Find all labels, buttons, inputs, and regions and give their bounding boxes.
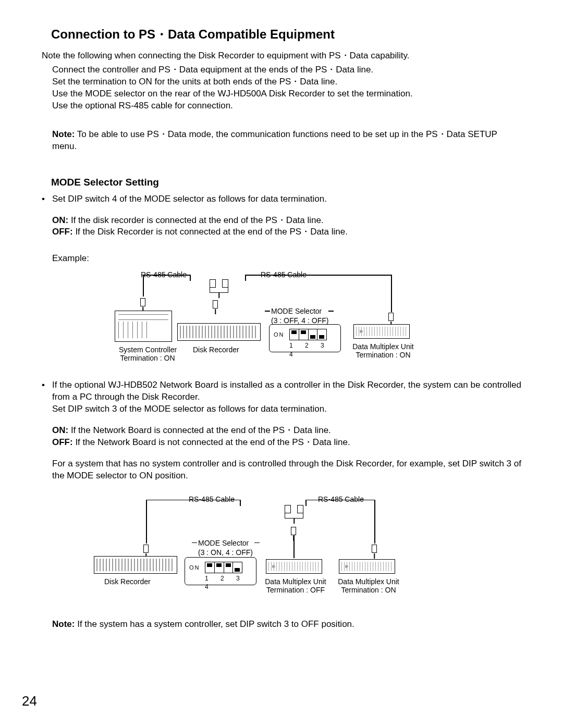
d1-dip-on: ON <box>274 331 285 339</box>
page-heading: Connection to PS・Data Compatible Equipme… <box>51 26 521 43</box>
sec1-bullet-text: Set DIP switch 4 of the MODE selector as… <box>52 193 521 205</box>
intro-bullet-4: Use the optional RS-485 cable for connec… <box>52 100 521 112</box>
sec2-para: For a system that has no system controll… <box>52 458 521 482</box>
on-label: ON: <box>52 425 68 435</box>
intro-text: Note the following when connecting the D… <box>42 50 521 62</box>
note-1: Note: To be able to use PS・Data mode, th… <box>52 129 521 153</box>
d2-dip-nums: 1 2 3 4 <box>205 574 256 591</box>
sec2-bullet: • If the optional WJ-HDB502 Network Boar… <box>42 379 521 403</box>
bullet-icon: • <box>42 193 52 205</box>
sec2-off-text: If the Network Board is not connected at… <box>73 437 350 447</box>
connector-icon <box>207 279 230 295</box>
plug-icon <box>372 545 377 553</box>
page-number: 24 <box>22 692 37 710</box>
d2-mode-selector: MODE Selector <box>198 538 249 548</box>
note-1-text: To be able to use PS・Data mode, the comm… <box>52 129 497 151</box>
intro-bullet-2: Set the termination to ON for the units … <box>52 76 521 88</box>
dip-switch-icon: ON 1 2 3 4 <box>185 557 256 585</box>
d2-mode-setting: (3 : ON, 4 : OFF) <box>198 548 253 558</box>
d1-recorder-label: Disk Recorder <box>193 345 239 355</box>
system-controller-icon <box>115 311 172 342</box>
d2-recorder-label: Disk Recorder <box>104 577 151 587</box>
d1-dmux-term: Termination : ON <box>349 350 417 360</box>
sec2-line2: Set DIP switch 3 of the MODE selector as… <box>52 403 521 415</box>
d2-dip-on: ON <box>189 564 200 572</box>
note-2-text: If the system has a system controller, s… <box>75 619 354 629</box>
on-label: ON: <box>52 215 68 225</box>
note-label: Note: <box>52 129 75 139</box>
bullet-icon: • <box>42 379 52 403</box>
sec2-on: ON: If the Network Board is connected at… <box>52 425 521 437</box>
intro-bullet-3: Use the MODE selector on the rear of the… <box>52 88 521 100</box>
d2-dmux2-term: Termination : ON <box>335 585 402 595</box>
plug-icon <box>143 545 149 553</box>
connector-icon <box>283 505 305 521</box>
d2-dmux1-term: Termination : OFF <box>262 585 329 595</box>
sec2-bullet-text: If the optional WJ-HDB502 Network Board … <box>52 379 521 403</box>
sec1-on: ON: If the disk recorder is connected at… <box>52 215 521 227</box>
plug-icon <box>140 298 145 306</box>
sec1-off: OFF: If the Disk Recorder is not connect… <box>52 226 521 238</box>
disk-recorder-icon <box>94 556 177 574</box>
diagram-2: RS-485 Cable RS-485 Cable MODE Selector … <box>109 495 433 594</box>
sec1-bullet: • Set DIP switch 4 of the MODE selector … <box>42 193 521 205</box>
diagram-1: RS-485 Cable RS-485 Cable MODE Selector … <box>109 270 433 364</box>
d1-controller-term: Termination : ON <box>119 353 176 363</box>
dip-switch-icon: ON 1 2 3 4 <box>269 324 341 352</box>
plug-icon <box>213 300 218 309</box>
off-label: OFF: <box>52 437 73 447</box>
sec2-on-text: If the Network Board is connected at the… <box>68 425 331 435</box>
d1-mode-selector: MODE Selector <box>271 306 322 316</box>
data-multiplex-icon <box>266 559 322 574</box>
sec2-off: OFF: If the Network Board is not connect… <box>52 437 521 449</box>
disk-recorder-icon <box>177 323 261 341</box>
sec1-off-text: If the Disk Recorder is not connected at… <box>73 227 348 237</box>
example-label: Example: <box>52 253 521 265</box>
intro-bullet-1: Connect the controller and PS・Data equip… <box>52 64 521 76</box>
note-label: Note: <box>52 619 75 629</box>
note-2: Note: If the system has a system control… <box>52 619 521 631</box>
d1-dip-nums: 1 2 3 4 <box>289 341 340 358</box>
sec1-on-text: If the disk recorder is connected at the… <box>68 215 324 225</box>
data-multiplex-icon <box>339 559 395 574</box>
plug-icon <box>291 527 296 535</box>
data-multiplex-icon <box>353 324 410 339</box>
off-label: OFF: <box>52 227 73 237</box>
plug-icon <box>388 313 394 321</box>
sub-heading: MODE Selector Setting <box>51 176 521 189</box>
